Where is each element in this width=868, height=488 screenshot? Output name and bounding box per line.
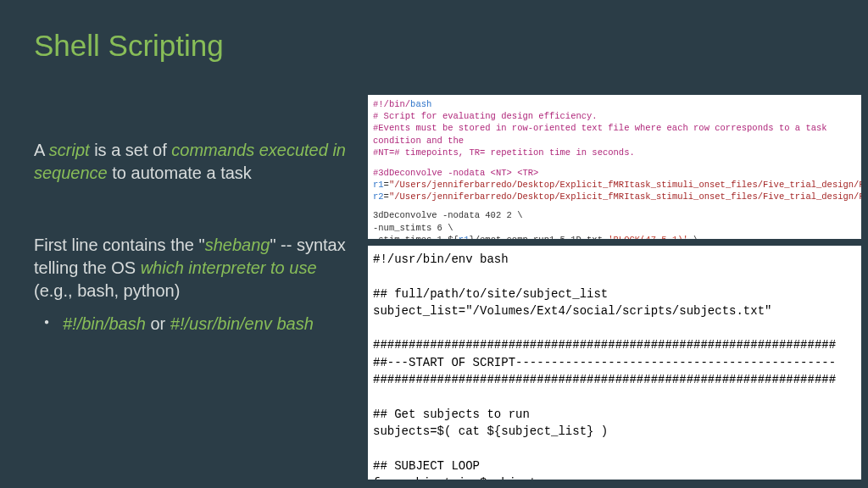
slide-title: Shell Scripting: [0, 0, 868, 63]
text: First line contains the ": [34, 236, 205, 254]
code-example: #!/bin/bash: [63, 314, 146, 333]
text: A: [34, 141, 49, 159]
code-line: #!/usr/bin/env bash: [373, 252, 509, 266]
code-line: ## Get subjects to run: [373, 408, 530, 421]
code-line: ##---START OF SCRIPT--------------------…: [373, 356, 836, 369]
code-line: # Script for evaluating design efficienc…: [373, 110, 856, 122]
code-line: #Events must be stored in row-oriented t…: [373, 122, 856, 146]
emphasis: script: [49, 141, 90, 159]
text: or: [146, 314, 170, 333]
code-token: 'BLOCK(47.5,1)': [608, 235, 688, 239]
bullet-item: #!/bin/bash or #!/usr/bin/env bash: [34, 313, 348, 336]
text: (e.g., bash, python): [34, 281, 180, 300]
code-line: ## full/path/to/site/subject_list: [373, 287, 608, 301]
code-token: bash: [410, 99, 431, 109]
code-token: -stim_times 1 ${: [373, 235, 459, 239]
code-line: subjects=$( cat ${subject_list} ): [373, 424, 608, 438]
code-example: #!/usr/bin/env bash: [170, 314, 314, 333]
paragraph-1: A script is a set of commands executed i…: [34, 139, 348, 185]
code-line: #!/bin/: [373, 99, 410, 109]
code-line: #NT=# timepoints, TR= repetition time in…: [373, 147, 856, 158]
code-token: }/emot_comp_run1_5.1D.txt: [469, 235, 608, 239]
code-line: subject_list="/Volumes/Ext4/social/scrip…: [373, 304, 771, 318]
code-token: "/Users/jenniferbarredo/Desktop/Explicit…: [389, 180, 861, 190]
code-token: r1: [373, 180, 384, 190]
code-line: ########################################…: [373, 338, 836, 352]
code-line: ## SUBJECT LOOP: [373, 459, 480, 473]
code-block-top: #!/bin/bash # Script for evaluating desi…: [368, 95, 861, 239]
code-line: -num_stimts 6 \: [373, 222, 856, 234]
code-token: \: [688, 235, 699, 239]
emphasis: which interpreter to use: [141, 258, 317, 277]
code-line: #3dDeconvolve -nodata <NT> <TR>: [373, 167, 856, 179]
code-token: "/Users/jenniferbarredo/Desktop/Explicit…: [389, 191, 861, 202]
paragraph-2: First line contains the "shebang" -- syn…: [34, 234, 348, 302]
code-line: ########################################…: [373, 373, 836, 386]
emphasis: shebang: [205, 236, 270, 254]
code-line: 3dDeconvolve -nodata 402 2 \: [373, 209, 856, 221]
code-token: r2: [373, 191, 384, 202]
code-block-bottom: #!/usr/bin/env bash ## full/path/to/site…: [368, 246, 861, 480]
code-line: for subject in $subjects: [373, 476, 544, 480]
text: to automate a task: [108, 164, 252, 182]
text: is a set of: [90, 141, 172, 159]
left-column: A script is a set of commands executed i…: [34, 139, 348, 336]
code-token: r1: [459, 235, 470, 239]
